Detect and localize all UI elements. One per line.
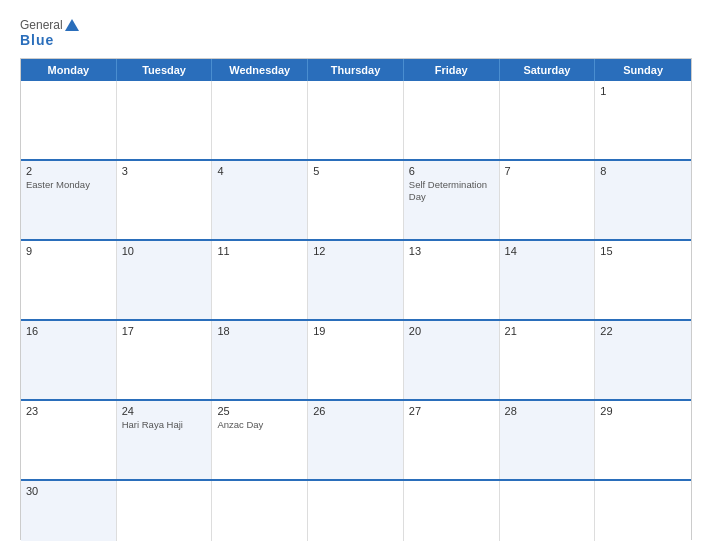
day-cell: 8 <box>595 161 691 239</box>
day-header-tuesday: Tuesday <box>117 59 213 81</box>
day-number: 12 <box>313 245 398 257</box>
logo-triangle-icon <box>65 19 79 31</box>
day-header-wednesday: Wednesday <box>212 59 308 81</box>
day-number: 26 <box>313 405 398 417</box>
day-number: 6 <box>409 165 494 177</box>
day-cell: 17 <box>117 321 213 399</box>
day-cell: 27 <box>404 401 500 479</box>
day-number: 23 <box>26 405 111 417</box>
day-number: 20 <box>409 325 494 337</box>
day-cell <box>117 81 213 159</box>
day-cell: 20 <box>404 321 500 399</box>
day-cell: 9 <box>21 241 117 319</box>
day-number: 15 <box>600 245 686 257</box>
day-cell: 11 <box>212 241 308 319</box>
day-cell: 21 <box>500 321 596 399</box>
day-number: 22 <box>600 325 686 337</box>
day-cell: 24Hari Raya Haji <box>117 401 213 479</box>
day-cell: 22 <box>595 321 691 399</box>
week-row-2: 9101112131415 <box>21 239 691 319</box>
day-event: Anzac Day <box>217 419 302 431</box>
day-cell: 29 <box>595 401 691 479</box>
day-cell: 19 <box>308 321 404 399</box>
day-number: 1 <box>600 85 686 97</box>
day-number: 16 <box>26 325 111 337</box>
day-cell <box>21 81 117 159</box>
day-number: 2 <box>26 165 111 177</box>
day-cell <box>117 481 213 541</box>
day-cell <box>404 81 500 159</box>
day-header-monday: Monday <box>21 59 117 81</box>
day-cell: 28 <box>500 401 596 479</box>
day-number: 10 <box>122 245 207 257</box>
day-number: 8 <box>600 165 686 177</box>
week-row-3: 16171819202122 <box>21 319 691 399</box>
day-cell <box>212 81 308 159</box>
logo-general-text: General <box>20 18 63 32</box>
day-number: 14 <box>505 245 590 257</box>
day-number: 28 <box>505 405 590 417</box>
day-cell: 2Easter Monday <box>21 161 117 239</box>
day-number: 3 <box>122 165 207 177</box>
day-header-saturday: Saturday <box>500 59 596 81</box>
day-cell: 15 <box>595 241 691 319</box>
day-number: 13 <box>409 245 494 257</box>
week-row-4: 2324Hari Raya Haji25Anzac Day26272829 <box>21 399 691 479</box>
day-cell: 25Anzac Day <box>212 401 308 479</box>
day-cell: 23 <box>21 401 117 479</box>
day-cell: 30 <box>21 481 117 541</box>
day-cell: 5 <box>308 161 404 239</box>
day-cell: 10 <box>117 241 213 319</box>
day-cell: 13 <box>404 241 500 319</box>
week-row-0: 1 <box>21 81 691 159</box>
day-cell <box>500 481 596 541</box>
day-cell: 16 <box>21 321 117 399</box>
weeks: 12Easter Monday3456Self Determination Da… <box>21 81 691 539</box>
day-event: Self Determination Day <box>409 179 494 204</box>
day-number: 5 <box>313 165 398 177</box>
day-cell <box>500 81 596 159</box>
header: GeneralBlue <box>20 18 692 48</box>
day-number: 7 <box>505 165 590 177</box>
day-number: 29 <box>600 405 686 417</box>
day-number: 11 <box>217 245 302 257</box>
day-event: Easter Monday <box>26 179 111 191</box>
day-cell: 1 <box>595 81 691 159</box>
day-headers: MondayTuesdayWednesdayThursdayFridaySatu… <box>21 59 691 81</box>
day-cell: 3 <box>117 161 213 239</box>
week-row-1: 2Easter Monday3456Self Determination Day… <box>21 159 691 239</box>
day-cell: 14 <box>500 241 596 319</box>
day-number: 24 <box>122 405 207 417</box>
day-number: 30 <box>26 485 111 497</box>
day-cell: 4 <box>212 161 308 239</box>
day-number: 9 <box>26 245 111 257</box>
day-number: 27 <box>409 405 494 417</box>
day-number: 19 <box>313 325 398 337</box>
day-number: 18 <box>217 325 302 337</box>
day-header-friday: Friday <box>404 59 500 81</box>
day-number: 17 <box>122 325 207 337</box>
day-number: 25 <box>217 405 302 417</box>
day-cell <box>308 481 404 541</box>
day-cell: 7 <box>500 161 596 239</box>
week-row-5: 30 <box>21 479 691 539</box>
day-cell: 12 <box>308 241 404 319</box>
day-cell: 18 <box>212 321 308 399</box>
day-cell <box>212 481 308 541</box>
calendar: MondayTuesdayWednesdayThursdayFridaySatu… <box>20 58 692 540</box>
day-cell <box>308 81 404 159</box>
day-cell: 26 <box>308 401 404 479</box>
day-event: Hari Raya Haji <box>122 419 207 431</box>
day-header-thursday: Thursday <box>308 59 404 81</box>
day-header-sunday: Sunday <box>595 59 691 81</box>
page: GeneralBlue MondayTuesdayWednesdayThursd… <box>0 0 712 550</box>
day-cell <box>595 481 691 541</box>
day-number: 4 <box>217 165 302 177</box>
day-cell: 6Self Determination Day <box>404 161 500 239</box>
logo-blue-label: Blue <box>20 32 54 48</box>
day-number: 21 <box>505 325 590 337</box>
day-cell <box>404 481 500 541</box>
